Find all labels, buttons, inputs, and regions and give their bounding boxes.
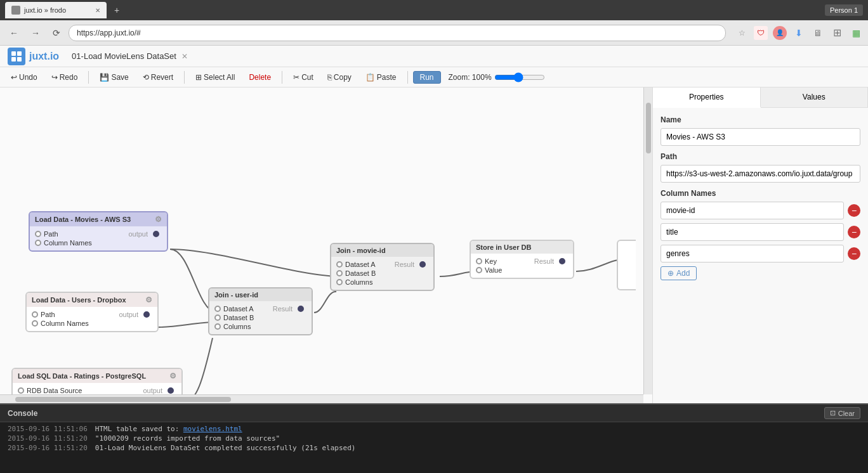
run-button[interactable]: Run: [413, 71, 441, 84]
cut-button[interactable]: ✂ Cut: [287, 71, 319, 84]
path-input[interactable]: [661, 165, 860, 183]
grid-icon[interactable]: ▦: [849, 26, 863, 40]
tab-close-icon[interactable]: ✕: [95, 7, 100, 14]
node-join-user-dsa-port[interactable]: [214, 306, 221, 312]
new-tab-icon[interactable]: +: [112, 3, 122, 18]
node-users-path-port[interactable]: [32, 311, 38, 318]
node-users-colnames-label: Column Names: [41, 320, 89, 327]
node-join-movie-dsb-port[interactable]: [336, 270, 343, 276]
node-join-user-dsb-row: Dataset B: [214, 314, 306, 321]
console-clear-button[interactable]: ⊡ Clear: [824, 407, 860, 419]
back-button[interactable]: ←: [5, 25, 23, 41]
column-3-input[interactable]: [661, 245, 844, 262]
node-store-key-port[interactable]: [476, 258, 482, 264]
select-all-button[interactable]: ⊞ Select All: [190, 71, 240, 84]
monitor-icon[interactable]: 🖥: [811, 26, 825, 40]
canvas-vscroll-thumb[interactable]: [646, 103, 651, 153]
node-movies[interactable]: Load Data - Movies - AWS S3 ⚙ Path outpu…: [29, 211, 168, 252]
node-join-user-cols-row: Columns: [214, 323, 306, 330]
canvas-vscrollbar[interactable]: [643, 87, 652, 394]
node-join-user[interactable]: Join - user-id Dataset A Result Dataset …: [208, 287, 313, 335]
node-join-movie-result-port[interactable]: [419, 261, 426, 268]
column-2-input[interactable]: [661, 223, 844, 241]
copy-button[interactable]: ⎘ Copy: [322, 71, 357, 84]
node-sql-gear-icon[interactable]: ⚙: [169, 372, 176, 380]
node-join-movie-cols-port[interactable]: [336, 279, 343, 285]
node-movies-colnames-port[interactable]: [35, 240, 41, 246]
redo-button[interactable]: ↪ Redo: [46, 71, 84, 84]
node-users-path-row: Path output: [32, 311, 152, 318]
console-msg-3: 01-Load MovieLens DataSet completed succ…: [95, 444, 356, 452]
node-sql-title: Load SQL Data - Ratings - PostgreSQL: [18, 372, 146, 380]
node-sql-rdb-port[interactable]: [18, 387, 24, 394]
node-join-movie-dsa-port[interactable]: [336, 261, 343, 268]
console-msg-1: HTML table saved to: movielens.html: [95, 425, 242, 433]
node-join-movie[interactable]: Join - movie-id Dataset A Result Dataset…: [330, 243, 435, 291]
node-movies-title: Load Data - Movies - AWS S3: [35, 216, 131, 223]
paste-button[interactable]: 📋 Paste: [360, 71, 402, 84]
node-store-value-port[interactable]: [476, 267, 482, 273]
toolbar: ↩ Undo ↪ Redo 💾 Save ⟲ Revert ⊞ Select A…: [0, 67, 868, 87]
node-store-result-port[interactable]: [559, 258, 565, 264]
juxt-icon[interactable]: ⬇: [792, 26, 806, 40]
add-column-button[interactable]: ⊕ Add: [661, 266, 697, 280]
revert-button[interactable]: ⟲ Revert: [137, 71, 179, 84]
node-users[interactable]: Load Data - Users - Dropbox ⚙ Path outpu…: [25, 292, 159, 332]
cut-icon: ✂: [293, 73, 299, 82]
zoom-label: Zoom: 100%: [449, 73, 492, 82]
remove-column-1-button[interactable]: −: [848, 204, 860, 217]
node-store[interactable]: Store in User DB Key Result Value: [470, 240, 574, 279]
node-join-user-dsb-port[interactable]: [214, 314, 221, 321]
refresh-button[interactable]: ⟳: [48, 25, 65, 41]
node-join-user-dsa-label: Dataset A: [223, 305, 254, 313]
canvas-hscroll-thumb[interactable]: [15, 397, 231, 402]
bookmark-icon[interactable]: ☆: [735, 26, 749, 40]
node-sql-rdb-row: RDB Data Source output: [18, 387, 176, 394]
node-users-body: Path output Column Names: [27, 307, 157, 331]
node-join-movie-dsb-label: Dataset B: [345, 269, 376, 277]
node-sql-output-port[interactable]: [168, 387, 174, 394]
node-users-colnames-port[interactable]: [32, 320, 38, 327]
zoom-slider[interactable]: [494, 72, 545, 82]
canvas: Load Data - Movies - AWS S3 ⚙ Path outpu…: [0, 87, 635, 403]
project-tab-name[interactable]: 01-Load MovieLens DataSet: [72, 51, 176, 61]
save-button[interactable]: 💾 Save: [94, 71, 134, 84]
console-link-1[interactable]: movielens.html: [183, 425, 242, 433]
node-join-user-result-port[interactable]: [298, 306, 304, 312]
remove-column-3-button[interactable]: −: [848, 247, 860, 260]
project-tab-close-icon[interactable]: ✕: [181, 52, 188, 61]
canvas-area[interactable]: Load Data - Movies - AWS S3 ⚙ Path outpu…: [0, 87, 652, 403]
console-title: Console: [8, 409, 37, 418]
undo-icon: ↩: [11, 73, 17, 82]
revert-icon: ⟲: [143, 73, 149, 82]
node-users-title: Load Data - Users - Dropbox: [32, 296, 126, 304]
node-sql-output-label: output: [143, 387, 162, 394]
delete-button[interactable]: Delete: [243, 71, 277, 84]
node-movies-gear-icon[interactable]: ⚙: [155, 215, 162, 224]
browser-tab[interactable]: juxt.io » frodo ✕: [5, 2, 107, 18]
svg-rect-0: [11, 51, 16, 56]
column-1-input[interactable]: [661, 202, 844, 219]
node-movies-output-port[interactable]: [153, 231, 159, 237]
canvas-hscrollbar[interactable]: [0, 394, 643, 403]
node-users-output-port[interactable]: [143, 311, 150, 318]
profile-icon[interactable]: 👤: [773, 26, 787, 40]
tab-properties[interactable]: Properties: [653, 87, 761, 108]
undo-button[interactable]: ↩ Undo: [5, 71, 43, 84]
forward-button[interactable]: →: [27, 25, 44, 41]
console-area: Console ⊡ Clear 2015-09-16 11:51:06 HTML…: [0, 403, 868, 473]
column-names-label: Column Names: [661, 189, 860, 198]
logo: juxt.io: [8, 48, 59, 65]
node-movies-output-label: output: [128, 230, 148, 238]
remove-column-2-button[interactable]: −: [848, 226, 860, 238]
name-input[interactable]: [661, 128, 860, 146]
apps-icon[interactable]: ⊞: [830, 26, 844, 40]
address-bar[interactable]: https://app.juxt.io/#: [69, 25, 726, 41]
tab-values[interactable]: Values: [761, 87, 869, 107]
canvas-scroll[interactable]: Load Data - Movies - AWS S3 ⚙ Path outpu…: [0, 87, 652, 403]
separator-1: [88, 71, 89, 84]
node-movies-path-port[interactable]: [35, 231, 41, 237]
shield-icon[interactable]: 🛡: [754, 26, 768, 40]
node-join-user-cols-port[interactable]: [214, 323, 221, 330]
node-users-gear-icon[interactable]: ⚙: [145, 295, 152, 304]
